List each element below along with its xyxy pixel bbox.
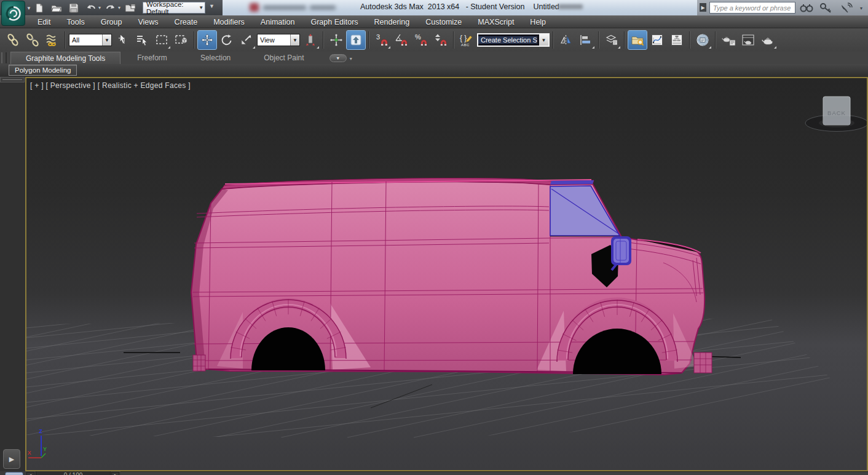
tab-graphite-modeling-tools[interactable]: Graphite Modeling Tools (10, 52, 120, 64)
ribbon-toggle-icon (630, 33, 645, 47)
menu-create[interactable]: Create (167, 16, 206, 28)
3ds-max-logo-icon (4, 4, 23, 23)
next-frame-button[interactable]: ▸ (111, 472, 119, 475)
van-model[interactable] (191, 178, 712, 375)
application-menu-button[interactable] (1, 1, 25, 26)
communication-center-button[interactable] (837, 1, 854, 14)
use-pivot-point-center-button[interactable] (301, 31, 320, 49)
toolbar-separator (194, 31, 195, 49)
select-and-rotate-button[interactable] (218, 31, 236, 49)
menu-edit[interactable]: Edit (30, 16, 59, 28)
reference-coordinate-system-dropdown[interactable]: View ▼ (257, 34, 300, 46)
time-slider-thumb[interactable] (5, 472, 23, 475)
edit-named-selection-sets-button[interactable]: { }ABC (457, 31, 476, 49)
tab-freeform[interactable]: Freeform (120, 52, 184, 64)
schematic-view-button[interactable] (668, 31, 686, 49)
render-production-button[interactable] (759, 31, 777, 49)
workspace-dropdown[interactable]: Workspace: Default ▼ (143, 2, 205, 14)
named-selection-set-combo[interactable]: Create Selection Se ▼ (477, 33, 550, 47)
redo-dropdown-caret[interactable]: ▾ (118, 5, 120, 10)
undo-button[interactable] (84, 1, 98, 15)
viewport-label[interactable]: [ + ] [ Perspective ] [ Realistic + Edge… (30, 81, 191, 90)
select-object-button[interactable] (113, 31, 132, 49)
menu-tools[interactable]: Tools (59, 16, 93, 28)
ribbon-minimize-caret-icon[interactable]: ▾ (350, 56, 352, 62)
infocenter-expand-arrow[interactable]: ▶ (700, 3, 706, 12)
menu-help[interactable]: Help (522, 16, 554, 28)
snaps-toggle-button[interactable]: 3 (373, 31, 391, 49)
infocenter-caret-icon[interactable]: ▾ (860, 6, 862, 11)
align-button[interactable] (577, 31, 595, 49)
tab-selection[interactable]: Selection (184, 52, 247, 64)
select-cursor-icon (115, 33, 130, 47)
menu-maxscript[interactable]: MAXScript (470, 16, 522, 28)
undo-dropdown-caret[interactable]: ▾ (98, 5, 101, 10)
front-corner-block (694, 353, 712, 373)
project-folder-icon (124, 2, 136, 14)
redo-button[interactable] (103, 1, 118, 15)
render-setup-button[interactable] (719, 31, 738, 49)
previous-frame-button[interactable]: ◂ (26, 472, 34, 475)
select-by-name-button[interactable] (133, 31, 151, 49)
perspective-viewport[interactable]: [ + ] [ Perspective ] [ Realistic + Edge… (25, 77, 868, 471)
curve-editor-button[interactable] (648, 31, 666, 49)
ribbon-drag-handle[interactable] (1, 52, 7, 63)
menu-graph-editors[interactable]: Graph Editors (302, 16, 366, 28)
select-and-manipulate-button[interactable] (327, 31, 345, 49)
windshield-top-strip (550, 180, 594, 185)
window-crossing-toggle-button[interactable] (172, 31, 191, 49)
selection-region-icon (154, 33, 169, 47)
menu-group[interactable]: Group (93, 16, 130, 28)
toolbar-separator (689, 31, 690, 49)
keyboard-shortcut-override-button[interactable] (347, 31, 365, 49)
search-button[interactable] (798, 1, 815, 14)
menu-animation[interactable]: Animation (253, 16, 303, 28)
percent-snap-toggle-button[interactable]: % (412, 31, 430, 49)
window-crossing-icon (174, 33, 189, 47)
main-toolbar: All ▼ View ▼ (0, 28, 868, 52)
select-and-link-button[interactable] (4, 31, 22, 49)
save-file-button[interactable] (66, 1, 81, 15)
track-bar[interactable] (120, 471, 868, 475)
render-production-icon (760, 33, 776, 47)
new-file-button[interactable] (32, 1, 47, 15)
search-input[interactable] (709, 2, 795, 14)
graphite-ribbon-toggle-button[interactable] (628, 31, 647, 49)
menu-customize[interactable]: Customize (417, 16, 470, 28)
spinner-snap-toggle-button[interactable] (432, 31, 450, 49)
menu-views[interactable]: Views (130, 16, 166, 28)
rendered-frame-icon (741, 33, 756, 47)
unlink-selection-button[interactable] (23, 31, 42, 49)
panel-tab-polygon-modeling[interactable]: Polygon Modeling (9, 65, 77, 76)
viewcube-face-label[interactable]: BACK (827, 110, 846, 116)
viewcube[interactable]: BACK (805, 97, 867, 132)
rectangular-selection-region-button[interactable] (152, 31, 171, 49)
menu-modifiers[interactable]: Modifiers (205, 16, 253, 28)
viewport-canvas[interactable]: BACK Z X Y (26, 78, 867, 470)
ribbon-panel-row: Polygon Modeling (0, 64, 868, 76)
layer-manager-button[interactable] (602, 31, 621, 49)
bind-to-space-warp-button[interactable] (43, 31, 61, 49)
mirror-button[interactable] (557, 31, 575, 49)
collapsed-toolbar-grip[interactable] (0, 77, 25, 82)
selection-filter-dropdown[interactable]: All ▼ (69, 34, 112, 46)
expand-panel-button[interactable]: ▶ (3, 449, 20, 469)
unlink-icon (25, 33, 40, 47)
rendered-frame-window-button[interactable] (739, 31, 757, 49)
menu-rendering[interactable]: Rendering (366, 16, 418, 28)
satellite-dish-icon (839, 2, 853, 14)
toolbar-separator (323, 31, 324, 49)
sign-in-button[interactable] (818, 1, 835, 14)
angle-snap-toggle-button[interactable] (392, 31, 411, 49)
ribbon-minimize-button[interactable]: ▼ (329, 54, 347, 62)
select-and-move-button[interactable] (198, 31, 216, 49)
project-folder-button[interactable] (123, 1, 138, 15)
blurred-window-tab (243, 1, 347, 14)
percent-snap-icon: % (414, 33, 428, 47)
select-and-scale-button[interactable] (237, 31, 256, 49)
open-file-button[interactable] (49, 1, 64, 15)
time-slider-track[interactable]: 0 / 100 (36, 471, 111, 475)
tab-object-paint[interactable]: Object Paint (247, 52, 320, 64)
qat-flyout-button[interactable]: ▼ (209, 3, 215, 9)
material-editor-button[interactable] (693, 31, 712, 49)
